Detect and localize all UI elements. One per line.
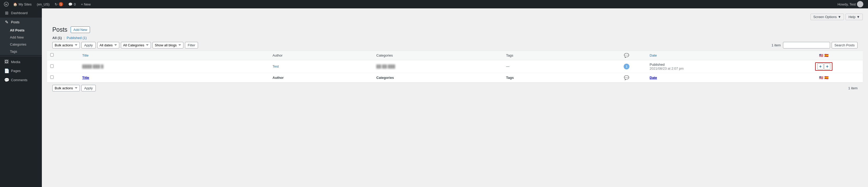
author-link[interactable]: Test: [273, 64, 279, 69]
sidebar-item-media[interactable]: 🖼 Media: [0, 57, 42, 66]
sidebar-separator: [0, 56, 42, 56]
new-label: + New: [81, 2, 91, 6]
post-tags-cell: —: [503, 60, 607, 73]
items-count-bottom: 1 item: [848, 86, 858, 90]
search-area: Search Posts: [783, 42, 858, 49]
author-column-header: Author: [270, 51, 373, 60]
add-new-label: Add New: [10, 35, 24, 39]
howdy-label: Howdy, Test: [837, 2, 856, 6]
add-translation-es-button[interactable]: +: [824, 63, 830, 70]
categories-select[interactable]: All Categories: [121, 42, 151, 49]
row-checkbox-cell: [47, 60, 79, 73]
main-content: Screen Options ▼ Help ▼ Posts Add New Al…: [42, 8, 868, 187]
sidebar-subitem-tags[interactable]: Tags: [0, 48, 42, 55]
sidebar-item-label: Dashboard: [11, 11, 28, 15]
footer-comment-icon: 💬: [624, 75, 629, 80]
table-footer-row: Title Author Categories Tags 💬 Date: [47, 73, 863, 82]
filter-all-link[interactable]: All (1): [52, 36, 63, 40]
post-categories-cell: ██ ██ ███: [373, 60, 503, 73]
categories-column-header: Categories: [373, 51, 503, 60]
post-comments-cell: 1: [607, 60, 646, 73]
add-new-button[interactable]: Add New: [71, 26, 90, 33]
help-label: Help: [848, 15, 856, 19]
sidebar-item-posts[interactable]: ✎ Posts: [0, 18, 42, 27]
adminbar-howdy[interactable]: Howdy, Test: [835, 0, 866, 8]
site-name-label: (en_US): [37, 2, 50, 6]
lang-column-header: 🇺🇸 🇪🇸: [785, 51, 863, 60]
tags-label: Tags: [10, 50, 17, 53]
sidebar-item-pages[interactable]: 📄 Pages: [0, 66, 42, 75]
avatar: [857, 1, 863, 7]
screen-options-chevron-icon: ▼: [838, 15, 841, 19]
search-posts-button[interactable]: Search Posts: [832, 42, 858, 49]
posts-icon: ✎: [4, 20, 9, 25]
post-title-cell: ████ ███ █: [79, 60, 269, 73]
comments-column-header: 💬: [607, 51, 646, 60]
footer-select-all-checkbox[interactable]: [50, 75, 54, 79]
apply-button-bottom[interactable]: Apply: [81, 85, 96, 91]
mysites-label: My Sites: [19, 2, 32, 6]
adminbar-site[interactable]: (en_US): [34, 0, 52, 8]
plus-buttons-container: + +: [815, 62, 832, 71]
add-translation-us-button[interactable]: +: [817, 63, 824, 70]
adminbar-mysites[interactable]: 🏠 My Sites: [10, 0, 34, 8]
apply-button-top[interactable]: Apply: [81, 42, 96, 49]
footer-tags-header: Tags: [503, 73, 607, 82]
sidebar-subitem-categories[interactable]: Categories: [0, 41, 42, 48]
tablenav-bottom: Bulk actions Apply 1 item: [47, 82, 863, 94]
post-title-link[interactable]: ████ ███ █: [82, 64, 103, 69]
help-button[interactable]: Help ▼: [845, 14, 863, 20]
footer-categories-header: Categories: [373, 73, 503, 82]
sidebar-item-label: Posts: [11, 20, 20, 24]
comments-count: 0: [74, 2, 75, 6]
blogs-select[interactable]: Show all blogs: [153, 42, 183, 49]
title-column-header: Title: [79, 51, 269, 60]
media-icon: 🖼: [4, 59, 9, 64]
table-row: ████ ███ █ Test ██ ██ ███ — 1: [47, 60, 863, 73]
select-all-checkbox[interactable]: [50, 53, 54, 57]
footer-title-sort-link[interactable]: Title: [82, 76, 89, 80]
comment-count-bubble[interactable]: 1: [624, 64, 629, 70]
search-input[interactable]: [783, 42, 830, 49]
wp-logo[interactable]: W: [2, 0, 10, 8]
updates-count: 1: [59, 2, 63, 6]
bulk-actions-select-top[interactable]: Bulk actions: [52, 42, 80, 49]
post-author-cell: Test: [270, 60, 373, 73]
adminbar-comments[interactable]: 💬 0: [66, 0, 78, 8]
sidebar-item-label: Media: [11, 60, 20, 64]
help-chevron-icon: ▼: [857, 15, 860, 19]
flag-us-header: 🇺🇸: [819, 53, 823, 57]
bulk-actions-select-bottom[interactable]: Bulk actions: [52, 85, 80, 91]
filter-button[interactable]: Filter: [185, 42, 198, 49]
dates-select[interactable]: All dates: [97, 42, 119, 49]
pages-icon: 📄: [4, 69, 9, 73]
adminbar-new[interactable]: + New: [79, 0, 93, 8]
title-sort-link[interactable]: Title: [82, 53, 88, 57]
sidebar-item-label: Comments: [11, 78, 28, 82]
screen-options-button[interactable]: Screen Options ▼: [810, 14, 844, 20]
page-title: Posts: [52, 26, 67, 34]
footer-date-sort-link[interactable]: Date: [650, 76, 657, 80]
post-date-cell: Published 2021/08/23 at 2:07 pm: [646, 60, 785, 73]
post-lang-cell: + +: [785, 60, 863, 73]
table-header-row: Title Author Categories Tags 💬 Date: [47, 51, 863, 60]
categories-label: Categories: [10, 43, 26, 46]
sidebar-subitem-all-posts[interactable]: All Posts: [0, 27, 42, 34]
comments-sidebar-icon: 💬: [4, 78, 9, 82]
footer-title-header: Title: [79, 73, 269, 82]
sidebar-item-dashboard[interactable]: ⊞ Dashboard: [0, 8, 42, 18]
tags-column-header: Tags: [503, 51, 607, 60]
items-count-top: 1 item: [772, 43, 781, 47]
dashboard-icon: ⊞: [4, 10, 9, 16]
admin-bar: W 🏠 My Sites (en_US) ↻ 1 💬 0 + New Howdy…: [0, 0, 868, 8]
adminbar-updates[interactable]: ↻ 1: [52, 0, 66, 8]
post-tags-value: —: [506, 64, 509, 69]
sidebar-item-comments[interactable]: 💬 Comments: [0, 75, 42, 85]
sidebar-subitem-add-new[interactable]: Add New: [0, 34, 42, 41]
date-sort-link[interactable]: Date: [650, 53, 657, 57]
filter-published-link[interactable]: Published (1): [67, 36, 87, 40]
updates-icon: ↻: [55, 2, 58, 6]
footer-author-header: Author: [270, 73, 373, 82]
row-checkbox[interactable]: [50, 64, 54, 68]
footer-checkbox-header: [47, 73, 79, 82]
